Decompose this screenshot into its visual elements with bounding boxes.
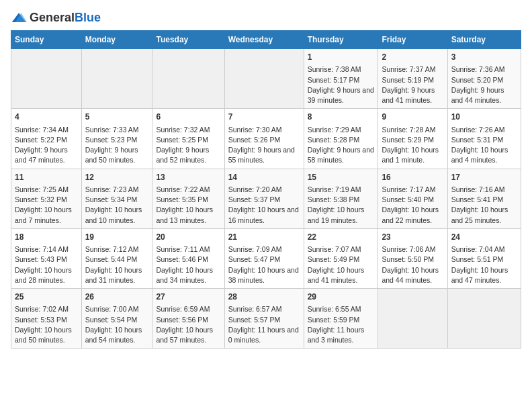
day-cell: 25Sunrise: 7:02 AM Sunset: 5:53 PM Dayli… xyxy=(11,289,82,349)
day-number: 28 xyxy=(228,291,300,303)
day-number: 27 xyxy=(156,291,220,303)
day-number: 2 xyxy=(382,52,443,63)
day-info: Sunrise: 7:32 AM Sunset: 5:25 PM Dayligh… xyxy=(156,125,220,166)
day-info: Sunrise: 7:36 AM Sunset: 5:20 PM Dayligh… xyxy=(451,64,517,105)
day-info: Sunrise: 7:23 AM Sunset: 5:34 PM Dayligh… xyxy=(85,185,149,226)
day-info: Sunrise: 6:57 AM Sunset: 5:57 PM Dayligh… xyxy=(228,304,300,345)
day-number: 29 xyxy=(308,291,375,303)
day-number: 1 xyxy=(308,52,375,63)
day-number: 6 xyxy=(156,111,220,123)
day-cell: 23Sunrise: 7:06 AM Sunset: 5:50 PM Dayli… xyxy=(378,228,447,288)
day-info: Sunrise: 7:02 AM Sunset: 5:53 PM Dayligh… xyxy=(15,304,78,345)
day-cell: 21Sunrise: 7:09 AM Sunset: 5:47 PM Dayli… xyxy=(224,228,304,288)
header-cell-sunday: Sunday xyxy=(11,31,82,49)
logo-general: General xyxy=(30,11,75,24)
week-row-1: 1Sunrise: 7:38 AM Sunset: 5:17 PM Daylig… xyxy=(11,49,521,109)
day-info: Sunrise: 7:33 AM Sunset: 5:23 PM Dayligh… xyxy=(85,125,149,166)
logo: GeneralBlue xyxy=(11,11,101,25)
day-info: Sunrise: 7:12 AM Sunset: 5:44 PM Dayligh… xyxy=(85,244,149,285)
day-number: 3 xyxy=(451,52,517,63)
day-number: 16 xyxy=(382,172,443,183)
day-cell: 16Sunrise: 7:17 AM Sunset: 5:40 PM Dayli… xyxy=(378,169,447,228)
day-cell: 22Sunrise: 7:07 AM Sunset: 5:49 PM Dayli… xyxy=(304,228,378,288)
day-number: 12 xyxy=(85,172,149,183)
day-cell xyxy=(224,49,304,109)
day-number: 22 xyxy=(308,232,375,243)
week-row-4: 18Sunrise: 7:14 AM Sunset: 5:43 PM Dayli… xyxy=(11,228,521,288)
day-cell: 14Sunrise: 7:20 AM Sunset: 5:37 PM Dayli… xyxy=(224,169,304,228)
day-cell xyxy=(152,49,224,109)
day-number: 7 xyxy=(228,111,300,123)
day-cell xyxy=(11,49,82,109)
day-info: Sunrise: 7:00 AM Sunset: 5:54 PM Dayligh… xyxy=(85,304,149,345)
day-cell: 9Sunrise: 7:28 AM Sunset: 5:29 PM Daylig… xyxy=(378,109,447,169)
day-number: 13 xyxy=(156,172,220,183)
day-cell: 20Sunrise: 7:11 AM Sunset: 5:46 PM Dayli… xyxy=(152,228,224,288)
day-cell xyxy=(447,289,521,349)
header-cell-tuesday: Tuesday xyxy=(152,31,224,49)
day-number: 10 xyxy=(451,111,517,123)
week-row-5: 25Sunrise: 7:02 AM Sunset: 5:53 PM Dayli… xyxy=(11,289,521,349)
day-number: 17 xyxy=(451,172,517,183)
day-number: 20 xyxy=(156,232,220,243)
header-row: SundayMondayTuesdayWednesdayThursdayFrid… xyxy=(11,31,521,49)
day-info: Sunrise: 7:29 AM Sunset: 5:28 PM Dayligh… xyxy=(308,125,375,166)
day-cell: 8Sunrise: 7:29 AM Sunset: 5:28 PM Daylig… xyxy=(304,109,378,169)
day-info: Sunrise: 7:07 AM Sunset: 5:49 PM Dayligh… xyxy=(308,244,375,285)
header-cell-monday: Monday xyxy=(81,31,152,49)
calendar-header: SundayMondayTuesdayWednesdayThursdayFrid… xyxy=(11,31,521,49)
day-info: Sunrise: 7:38 AM Sunset: 5:17 PM Dayligh… xyxy=(308,64,375,105)
day-info: Sunrise: 6:59 AM Sunset: 5:56 PM Dayligh… xyxy=(156,304,220,345)
day-info: Sunrise: 7:20 AM Sunset: 5:37 PM Dayligh… xyxy=(228,185,300,226)
day-number: 19 xyxy=(85,232,149,243)
day-number: 24 xyxy=(451,232,517,243)
day-info: Sunrise: 7:30 AM Sunset: 5:26 PM Dayligh… xyxy=(228,125,300,166)
day-info: Sunrise: 7:34 AM Sunset: 5:22 PM Dayligh… xyxy=(15,125,78,166)
day-cell: 3Sunrise: 7:36 AM Sunset: 5:20 PM Daylig… xyxy=(447,49,521,109)
day-cell: 17Sunrise: 7:16 AM Sunset: 5:41 PM Dayli… xyxy=(447,169,521,228)
day-info: Sunrise: 7:37 AM Sunset: 5:19 PM Dayligh… xyxy=(382,64,443,105)
day-cell: 28Sunrise: 6:57 AM Sunset: 5:57 PM Dayli… xyxy=(224,289,304,349)
day-number: 5 xyxy=(85,111,149,123)
day-cell: 26Sunrise: 7:00 AM Sunset: 5:54 PM Dayli… xyxy=(81,289,152,349)
day-info: Sunrise: 7:11 AM Sunset: 5:46 PM Dayligh… xyxy=(156,244,220,285)
header-cell-friday: Friday xyxy=(378,31,447,49)
day-number: 14 xyxy=(228,172,300,183)
header-cell-saturday: Saturday xyxy=(447,31,521,49)
day-number: 18 xyxy=(15,232,78,243)
day-info: Sunrise: 7:04 AM Sunset: 5:51 PM Dayligh… xyxy=(451,244,517,285)
day-cell: 5Sunrise: 7:33 AM Sunset: 5:23 PM Daylig… xyxy=(81,109,152,169)
day-info: Sunrise: 7:26 AM Sunset: 5:31 PM Dayligh… xyxy=(451,125,517,166)
day-cell: 15Sunrise: 7:19 AM Sunset: 5:38 PM Dayli… xyxy=(304,169,378,228)
day-info: Sunrise: 7:19 AM Sunset: 5:38 PM Dayligh… xyxy=(308,185,375,226)
day-cell: 19Sunrise: 7:12 AM Sunset: 5:44 PM Dayli… xyxy=(81,228,152,288)
day-info: Sunrise: 7:14 AM Sunset: 5:43 PM Dayligh… xyxy=(15,244,78,285)
day-cell: 27Sunrise: 6:59 AM Sunset: 5:56 PM Dayli… xyxy=(152,289,224,349)
header-cell-thursday: Thursday xyxy=(304,31,378,49)
day-number: 8 xyxy=(308,111,375,123)
day-number: 21 xyxy=(228,232,300,243)
day-cell: 6Sunrise: 7:32 AM Sunset: 5:25 PM Daylig… xyxy=(152,109,224,169)
day-info: Sunrise: 7:06 AM Sunset: 5:50 PM Dayligh… xyxy=(382,244,443,285)
day-info: Sunrise: 7:28 AM Sunset: 5:29 PM Dayligh… xyxy=(382,125,443,166)
day-number: 23 xyxy=(382,232,443,243)
day-number: 4 xyxy=(15,111,78,123)
day-number: 25 xyxy=(15,291,78,303)
day-number: 9 xyxy=(382,111,443,123)
day-cell xyxy=(81,49,152,109)
day-info: Sunrise: 6:55 AM Sunset: 5:59 PM Dayligh… xyxy=(308,304,375,345)
day-info: Sunrise: 7:22 AM Sunset: 5:35 PM Dayligh… xyxy=(156,185,220,226)
calendar-body: 1Sunrise: 7:38 AM Sunset: 5:17 PM Daylig… xyxy=(11,49,521,349)
calendar-table: SundayMondayTuesdayWednesdayThursdayFrid… xyxy=(11,30,521,349)
day-cell: 24Sunrise: 7:04 AM Sunset: 5:51 PM Dayli… xyxy=(447,228,521,288)
day-cell: 11Sunrise: 7:25 AM Sunset: 5:32 PM Dayli… xyxy=(11,169,82,228)
day-cell: 7Sunrise: 7:30 AM Sunset: 5:26 PM Daylig… xyxy=(224,109,304,169)
day-cell: 18Sunrise: 7:14 AM Sunset: 5:43 PM Dayli… xyxy=(11,228,82,288)
day-cell: 12Sunrise: 7:23 AM Sunset: 5:34 PM Dayli… xyxy=(81,169,152,228)
day-cell: 2Sunrise: 7:37 AM Sunset: 5:19 PM Daylig… xyxy=(378,49,447,109)
week-row-3: 11Sunrise: 7:25 AM Sunset: 5:32 PM Dayli… xyxy=(11,169,521,228)
day-cell: 10Sunrise: 7:26 AM Sunset: 5:31 PM Dayli… xyxy=(447,109,521,169)
day-cell: 29Sunrise: 6:55 AM Sunset: 5:59 PM Dayli… xyxy=(304,289,378,349)
day-number: 15 xyxy=(308,172,375,183)
header-cell-wednesday: Wednesday xyxy=(224,31,304,49)
